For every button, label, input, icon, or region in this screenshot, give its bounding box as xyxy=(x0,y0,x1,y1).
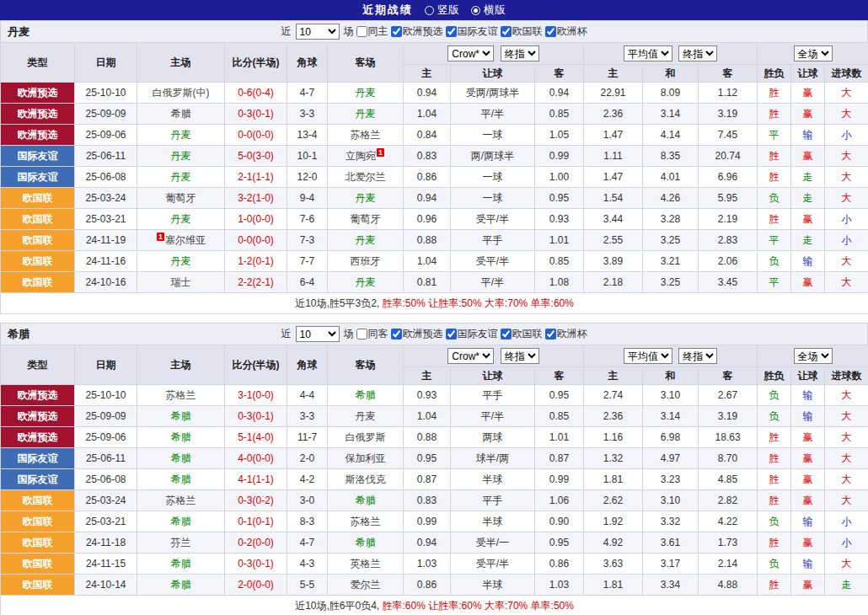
corners: 4-2 xyxy=(287,469,328,490)
odds-final-select[interactable]: 终指 xyxy=(501,348,539,364)
competition-filter[interactable]: 国际友谊 xyxy=(446,327,498,341)
avg-source-select[interactable]: 平均值 xyxy=(624,45,672,62)
competition-filter[interactable]: 国际友谊 xyxy=(446,24,498,39)
same-venue-checkbox[interactable] xyxy=(356,26,367,37)
avg-draw: 4.26 xyxy=(643,188,699,209)
odds-handicap: 受半/一 xyxy=(451,532,535,554)
competition-filter[interactable]: 欧国联 xyxy=(501,327,543,341)
result-handicap: 赢 xyxy=(791,448,825,469)
result-handicap: 赢 xyxy=(791,532,825,554)
match-score: 2-0(0-0) xyxy=(225,575,287,596)
result-goals: 大 xyxy=(825,427,868,448)
match-row: 欧洲预选25-10-10苏格兰3-1(0-0)4-4希腊0.93平手0.952.… xyxy=(1,385,868,406)
match-type-badge: 欧洲预选 xyxy=(1,83,75,104)
team-name-text: 希腊 xyxy=(171,431,191,443)
page-title: 近期战绩 xyxy=(362,3,413,18)
avg-home: 1.92 xyxy=(584,511,643,532)
competition-checkbox[interactable] xyxy=(501,26,512,37)
result-handicap: 走 xyxy=(791,188,825,209)
col-home: 主场 xyxy=(137,43,225,83)
match-type-badge: 欧国联 xyxy=(1,511,75,532)
competition-filter[interactable]: 欧洲杯 xyxy=(545,327,587,341)
match-row: 欧国联24-11-16丹麦1-2(0-1)7-7西班牙1.04受平/半0.853… xyxy=(1,251,868,272)
view-option-vertical[interactable]: 竖版 xyxy=(425,3,459,18)
odds-header-group: Crow* 终指 xyxy=(404,43,584,65)
recent-count-select[interactable]: 10 xyxy=(296,326,340,342)
competition-checkbox[interactable] xyxy=(545,329,556,340)
competition-filter[interactable]: 欧洲杯 xyxy=(545,24,587,39)
home-team: 丹麦 xyxy=(137,209,225,230)
odds-away: 0.90 xyxy=(535,511,584,532)
scope-header-group: 全场 xyxy=(758,345,868,367)
odds-source-select[interactable]: Crow* xyxy=(447,348,494,364)
col-avg-away: 客 xyxy=(699,367,758,385)
match-type-badge: 欧洲预选 xyxy=(1,406,75,427)
view-option-horizontal[interactable]: 横版 xyxy=(471,3,506,18)
match-score: 0-2(0-0) xyxy=(225,532,287,554)
odds-home: 0.96 xyxy=(404,209,451,230)
team-name-text: 丹麦 xyxy=(356,234,376,246)
away-team: 葡萄牙 xyxy=(328,209,404,230)
competition-checkbox[interactable] xyxy=(446,26,457,37)
competition-filter[interactable]: 欧国联 xyxy=(501,24,543,39)
corners: 4-7 xyxy=(287,83,328,104)
avg-away: 3.45 xyxy=(699,272,758,293)
result-outcome: 胜 xyxy=(758,146,791,167)
odds-final-select[interactable]: 终指 xyxy=(501,45,539,62)
avg-source-select[interactable]: 平均值 xyxy=(624,348,672,364)
result-goals: 小 xyxy=(825,230,868,251)
match-row: 欧国联25-03-24葡萄牙3-2(1-0)9-4丹麦0.94一球0.951.5… xyxy=(1,188,868,209)
team-name: 丹麦 xyxy=(8,24,29,40)
avg-final-select[interactable]: 终指 xyxy=(678,45,717,62)
odds-handicap: 平手 xyxy=(451,490,535,511)
avg-home: 2.18 xyxy=(584,272,643,293)
result-outcome: 负 xyxy=(758,385,791,406)
result-goals: 大 xyxy=(825,406,868,427)
result-goals: 小 xyxy=(825,209,868,230)
col-result-outcome: 胜负 xyxy=(758,367,791,385)
competition-checkbox[interactable] xyxy=(391,26,402,37)
odds-away: 0.93 xyxy=(535,209,584,230)
col-odds-home: 主 xyxy=(404,65,451,83)
result-outcome: 负 xyxy=(758,251,791,272)
odds-source-select[interactable]: Crow* xyxy=(447,45,494,62)
avg-final-select[interactable]: 终指 xyxy=(678,348,717,364)
avg-away: 2.82 xyxy=(699,490,758,511)
same-venue-filter[interactable]: 同主 xyxy=(356,24,388,39)
same-venue-filter[interactable]: 同客 xyxy=(356,327,388,341)
home-team: 瑞士 xyxy=(137,272,225,293)
team-name-text: 丹麦 xyxy=(356,192,376,204)
odds-away: 0.95 xyxy=(535,532,584,554)
result-handicap: 赢 xyxy=(791,427,825,448)
match-date: 25-03-24 xyxy=(75,188,137,209)
team-name-text: 希腊 xyxy=(356,537,376,548)
result-outcome: 负 xyxy=(758,188,791,209)
avg-home: 2.55 xyxy=(584,230,643,251)
corners: 6-4 xyxy=(287,272,328,293)
team-name-text: 白俄罗斯(中) xyxy=(153,87,210,99)
summary-stats: 胜率:50% 让胜率:50% 大率:70% 单率:60% xyxy=(383,297,574,309)
competition-checkbox[interactable] xyxy=(501,329,512,340)
result-handicap: 赢 xyxy=(791,83,825,104)
team-name: 希腊 xyxy=(8,327,29,342)
competition-label: 国际友谊 xyxy=(458,24,498,39)
odds-away: 0.85 xyxy=(535,406,584,427)
competition-checkbox[interactable] xyxy=(446,329,457,340)
result-handicap: 输 xyxy=(791,385,825,406)
scope-select[interactable]: 全场 xyxy=(794,45,833,62)
odds-away: 1.01 xyxy=(535,427,584,448)
scope-select[interactable]: 全场 xyxy=(794,348,833,364)
competition-filter[interactable]: 欧洲预选 xyxy=(391,24,443,39)
competition-checkbox[interactable] xyxy=(545,26,556,37)
match-date: 24-11-18 xyxy=(75,532,137,554)
team-name-text: 希腊 xyxy=(171,452,191,464)
same-venue-checkbox[interactable] xyxy=(356,329,367,340)
col-home: 主场 xyxy=(137,345,225,385)
recent-count-select[interactable]: 10 xyxy=(296,24,340,40)
home-team: 白俄罗斯(中) xyxy=(137,83,225,104)
competition-checkbox[interactable] xyxy=(391,329,402,340)
competition-label: 欧洲杯 xyxy=(557,24,587,39)
avg-draw: 3.25 xyxy=(643,230,699,251)
competition-filter[interactable]: 欧洲预选 xyxy=(391,327,443,341)
match-score: 4-0(0-0) xyxy=(225,448,287,469)
